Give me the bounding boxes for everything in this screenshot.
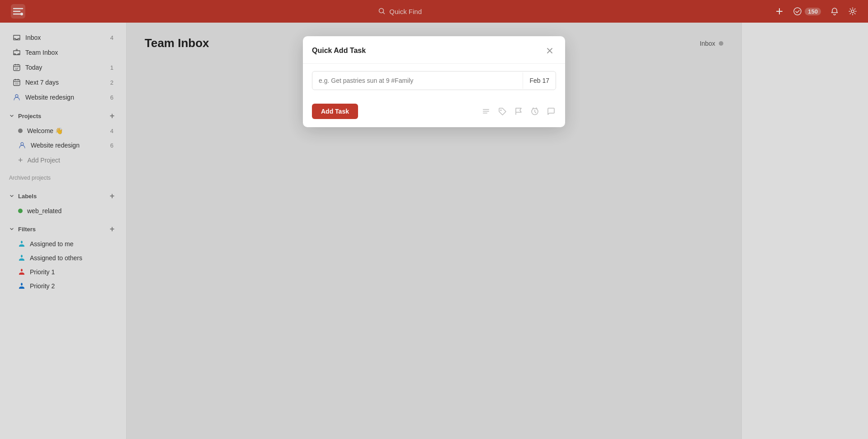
task-text-input[interactable] [312, 72, 523, 90]
modal-overlay: Quick Add Task Feb 17 Add Task [0, 0, 868, 439]
comment-icon[interactable] [546, 106, 556, 116]
flag-icon[interactable] [514, 106, 524, 116]
clock-icon[interactable] [530, 106, 540, 116]
svg-rect-13 [483, 111, 489, 112]
svg-rect-14 [483, 113, 487, 114]
svg-point-15 [500, 110, 502, 111]
modal-body: Feb 17 [303, 64, 565, 104]
modal-header: Quick Add Task [303, 36, 565, 64]
svg-rect-12 [483, 109, 489, 110]
task-list-icon[interactable] [481, 106, 491, 116]
modal-footer: Add Task [303, 104, 565, 127]
date-picker-button[interactable]: Feb 17 [523, 72, 556, 89]
close-icon [546, 47, 554, 55]
modal-close-button[interactable] [543, 44, 556, 57]
date-value: Feb 17 [529, 77, 549, 84]
label-icon[interactable] [497, 106, 507, 116]
add-task-button[interactable]: Add Task [312, 104, 358, 119]
task-input-row: Feb 17 [312, 71, 556, 90]
quick-add-task-modal: Quick Add Task Feb 17 Add Task [303, 36, 565, 127]
modal-title: Quick Add Task [312, 47, 366, 55]
modal-actions [481, 106, 556, 116]
